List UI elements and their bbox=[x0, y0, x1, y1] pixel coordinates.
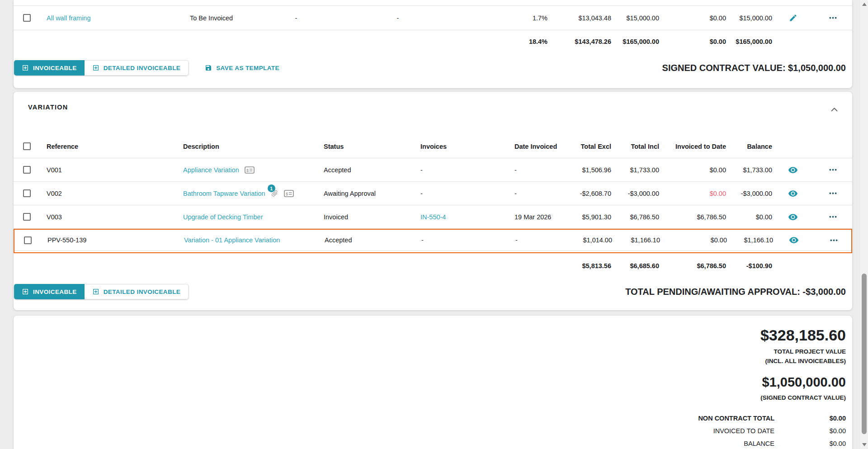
variation-total-excl: $1,014.00 bbox=[561, 236, 612, 244]
variation-totals-total-incl: $6,685.60 bbox=[611, 262, 659, 269]
summary-row-label: BALANCE bbox=[14, 440, 774, 447]
chevron-up-icon bbox=[831, 107, 838, 112]
total-project-value-label-line1: TOTAL PROJECT VALUE bbox=[14, 347, 846, 356]
total-project-value: $328,185.60 bbox=[14, 326, 846, 344]
contract-row-total-incl: $15,000.00 bbox=[611, 14, 659, 22]
row-checkbox[interactable] bbox=[24, 236, 32, 244]
row-more-options-button[interactable] bbox=[828, 165, 838, 175]
header-total-incl: Total Incl bbox=[611, 143, 659, 150]
variation-invoiceable-button[interactable]: INVOICEABLE bbox=[14, 284, 85, 299]
variation-status: Accepted bbox=[317, 236, 417, 244]
row-checkbox[interactable] bbox=[23, 189, 31, 197]
contract-row-date-invoiced: - bbox=[321, 14, 475, 22]
contract-row-percent: 1.7% bbox=[475, 14, 547, 22]
variation-totals-total-excl: $5,813.56 bbox=[561, 262, 611, 269]
signed-contract-value-amount: $1,050,000.00 bbox=[14, 375, 846, 390]
variation-actions-bar: INVOICEABLE DETAILED INVOICEABLE TOTAL P… bbox=[14, 284, 852, 310]
variation-invoices: - bbox=[420, 166, 423, 174]
scrollbar-down-arrow-icon[interactable] bbox=[862, 443, 867, 446]
select-all-checkbox[interactable] bbox=[23, 142, 31, 150]
more-horizontal-icon bbox=[828, 13, 838, 23]
variation-rows-container: V001 Appliance Variation Accepted - - $1… bbox=[14, 158, 852, 253]
variation-detailed-invoiceable-button[interactable]: DETAILED INVOICEABLE bbox=[85, 284, 189, 299]
header-date-invoiced: Date Invoiced bbox=[506, 143, 561, 150]
variation-row: V002 Bathroom Tapware Variation 1 Awaiti… bbox=[14, 182, 852, 205]
summary-rows: NON CONTRACT TOTAL $0.00 INVOICED TO DAT… bbox=[14, 412, 846, 449]
summary-row-value: $0.00 bbox=[774, 415, 846, 422]
row-more-options-button[interactable] bbox=[828, 13, 838, 23]
variation-reference: V001 bbox=[40, 166, 179, 174]
variation-invoiced-to-date: $0.00 bbox=[660, 236, 727, 244]
variation-date-invoiced: - bbox=[506, 190, 561, 197]
variation-section-title: VARIATION bbox=[28, 104, 68, 111]
view-row-button[interactable] bbox=[789, 235, 799, 245]
variation-description-link[interactable]: Upgrade of Decking Timber bbox=[183, 213, 263, 221]
add-box-icon bbox=[92, 288, 99, 295]
signed-contract-value-label: (SIGNED CONTRACT VALUE) bbox=[14, 394, 846, 401]
detailed-invoiceable-button[interactable]: DETAILED INVOICEABLE bbox=[85, 60, 189, 76]
total-project-value-label: TOTAL PROJECT VALUE (INCL. ALL INVOICEAB… bbox=[14, 347, 846, 366]
eye-icon bbox=[788, 212, 798, 222]
scrollbar-thumb[interactable] bbox=[862, 274, 867, 434]
variation-date-invoiced: - bbox=[507, 236, 561, 244]
contract-item-link[interactable]: All wall framing bbox=[47, 14, 91, 22]
vertical-scrollbar[interactable] bbox=[860, 0, 868, 449]
contract-totals-total-incl: $165,000.00 bbox=[611, 38, 659, 45]
collapse-section-button[interactable] bbox=[828, 104, 840, 116]
variation-totals-balance: -$100.90 bbox=[726, 262, 772, 269]
contract-totals-total-excl: $143,478.26 bbox=[547, 38, 611, 45]
header-reference: Reference bbox=[40, 143, 179, 150]
contract-totals-balance: $165,000.00 bbox=[726, 38, 772, 45]
summary-row-label: NON CONTRACT TOTAL bbox=[14, 415, 774, 422]
variation-total-excl: -$2,608.70 bbox=[561, 190, 611, 197]
variation-row: V001 Appliance Variation Accepted - - $1… bbox=[14, 158, 852, 182]
contract-row-invoiced-to-date: $0.00 bbox=[659, 14, 726, 22]
edit-row-button[interactable] bbox=[789, 14, 797, 22]
variation-status: Accepted bbox=[316, 166, 416, 174]
row-more-options-button[interactable] bbox=[829, 236, 839, 245]
variation-invoiced-to-date: $0.00 bbox=[659, 166, 726, 174]
invoiceable-button[interactable]: INVOICEABLE bbox=[14, 60, 85, 76]
variation-date-invoiced: 19 Mar 2026 bbox=[506, 213, 561, 221]
row-more-options-button[interactable] bbox=[828, 212, 838, 222]
variation-totals-invoiced-to-date: $6,786.50 bbox=[659, 262, 726, 269]
variation-details-icon[interactable] bbox=[245, 166, 255, 174]
variation-balance: $0.00 bbox=[726, 213, 772, 221]
variation-total-incl: $1,733.00 bbox=[611, 166, 659, 174]
variation-invoiced-to-date: $0.00 bbox=[659, 190, 726, 197]
add-box-icon bbox=[22, 288, 29, 295]
eye-icon bbox=[789, 235, 799, 245]
row-checkbox[interactable] bbox=[23, 166, 31, 174]
row-checkbox[interactable] bbox=[23, 213, 31, 221]
row-more-options-button[interactable] bbox=[828, 189, 838, 198]
view-row-button[interactable] bbox=[788, 189, 798, 199]
variation-status: Awaiting Approval bbox=[316, 190, 416, 197]
variation-details-icon[interactable] bbox=[284, 190, 294, 197]
signed-contract-value: SIGNED CONTRACT VALUE: $1,050,000.00 bbox=[662, 63, 846, 73]
variation-reference: PPV-550-139 bbox=[41, 236, 179, 244]
scrollbar-up-arrow-icon[interactable] bbox=[862, 3, 867, 6]
variation-balance: $1,733.00 bbox=[726, 166, 772, 174]
variation-description-link[interactable]: Variation - 01 Appliance Variation bbox=[184, 236, 280, 244]
eye-icon bbox=[788, 165, 798, 175]
view-row-button[interactable] bbox=[788, 165, 798, 175]
variation-total-incl: -$3,000.00 bbox=[611, 190, 659, 197]
variation-reference: V003 bbox=[40, 213, 179, 221]
contract-row-checkbox[interactable] bbox=[23, 14, 31, 22]
variation-description-link[interactable]: Appliance Variation bbox=[183, 166, 239, 174]
variation-detailed-invoiceable-button-label: DETAILED INVOICEABLE bbox=[104, 288, 181, 295]
more-horizontal-icon bbox=[828, 165, 838, 175]
total-project-value-label-line2: (INCL. ALL INVOICEABLES) bbox=[14, 356, 846, 366]
attachments-button[interactable]: 1 bbox=[271, 189, 278, 197]
summary-row-label: INVOICED TO DATE bbox=[14, 427, 774, 435]
project-summary-card: $328,185.60 TOTAL PROJECT VALUE (INCL. A… bbox=[14, 316, 852, 449]
eye-icon bbox=[788, 189, 798, 199]
contract-row-status: To Be Invoiced bbox=[190, 14, 271, 22]
view-row-button[interactable] bbox=[788, 212, 798, 222]
contract-row-invoices: - bbox=[271, 14, 321, 22]
save-as-template-button[interactable]: SAVE AS TEMPLATE bbox=[202, 64, 282, 72]
variation-description-link[interactable]: Bathroom Tapware Variation bbox=[183, 190, 265, 197]
invoice-link[interactable]: IN-550-4 bbox=[420, 213, 446, 221]
variation-invoiced-to-date: $6,786.50 bbox=[659, 213, 726, 221]
variation-row: PPV-550-139 Variation - 01 Appliance Var… bbox=[14, 229, 852, 253]
